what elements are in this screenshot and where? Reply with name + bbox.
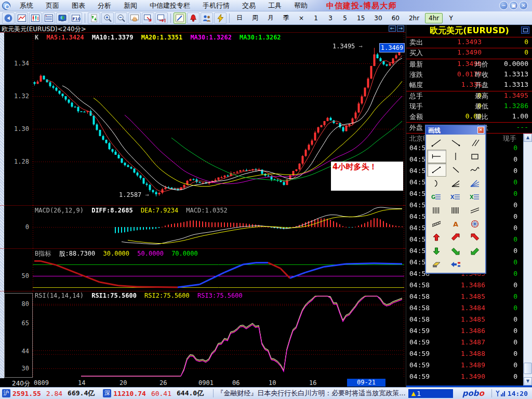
- tool-parallel-lines-icon[interactable]: [465, 136, 484, 150]
- scroll-thumb[interactable]: [524, 363, 532, 374]
- tool-arrow-up-icon[interactable]: [427, 231, 446, 244]
- tick-row[interactable]: 04:591.34890: [406, 361, 524, 373]
- tool-move-tool-icon[interactable]: [446, 258, 466, 271]
- tick-row[interactable]: 04:581.34850: [406, 315, 524, 327]
- period-30[interactable]: 30: [370, 13, 385, 23]
- restore-button[interactable]: ▣: [509, 1, 518, 10]
- tick-row[interactable]: 04:591.34880: [406, 350, 524, 361]
- toolbar-icons: F10: [2, 12, 232, 24]
- line-chart-icon[interactable]: [16, 12, 28, 24]
- chart-title: 欧元美元(EURUSD)<240分>: [0, 25, 406, 32]
- tool-channel-icon[interactable]: [465, 204, 484, 217]
- tool-percent-lines-icon[interactable]: X: [446, 190, 466, 204]
- tool-percent-lines-2-icon[interactable]: X: [465, 190, 484, 204]
- period-Y[interactable]: Y: [445, 13, 457, 23]
- period-日[interactable]: 日: [233, 13, 246, 23]
- menu-分析[interactable]: 分析: [91, 0, 117, 11]
- news-ticker[interactable]: 『金融财经』日本央行行长白川方明：必要时将适当放宽政策...: [217, 389, 408, 398]
- tool-vertical-line-icon[interactable]: [446, 150, 466, 163]
- tool-text-tool-icon[interactable]: A: [446, 217, 466, 231]
- period-月[interactable]: 月: [264, 13, 277, 23]
- tool-segment-line-icon[interactable]: [427, 163, 446, 177]
- menu-页面[interactable]: 页面: [39, 0, 65, 11]
- period-3[interactable]: 3: [324, 13, 337, 23]
- menu-图表[interactable]: 图表: [65, 0, 91, 11]
- f10-icon[interactable]: F10: [70, 12, 82, 24]
- period-季[interactable]: 季: [280, 13, 293, 23]
- period-5[interactable]: 5: [339, 13, 351, 23]
- minimize-button[interactable]: ─: [499, 1, 508, 10]
- tool-fan-lines-icon[interactable]: [465, 177, 484, 190]
- tool-ray-line-icon[interactable]: [446, 136, 466, 150]
- refresh-icon[interactable]: [88, 12, 100, 24]
- alarm-bell-icon[interactable]: [187, 12, 200, 24]
- palette-close-icon[interactable]: ✕: [477, 127, 484, 134]
- period-2hr[interactable]: 2hr: [405, 13, 423, 23]
- tool-arrow-ne-icon[interactable]: [446, 231, 466, 244]
- period-×[interactable]: ×: [295, 13, 308, 23]
- tool-eraser-icon[interactable]: [427, 258, 446, 271]
- alert-indicator[interactable]: ▲ 1: [408, 389, 453, 398]
- tool-trend-line-icon[interactable]: [427, 136, 446, 150]
- tick-row[interactable]: 04:591.34870: [406, 338, 524, 350]
- palette-title-bar[interactable]: 画线 ✕: [426, 126, 485, 135]
- period-周[interactable]: 周: [248, 13, 262, 23]
- close-button[interactable]: ✕: [519, 1, 528, 10]
- period-1[interactable]: 1: [310, 13, 322, 23]
- tool-arrow-sw-icon[interactable]: [465, 244, 484, 258]
- users-icon[interactable]: [201, 12, 213, 24]
- period-60[interactable]: 60: [388, 13, 403, 23]
- tool-rectangle-icon[interactable]: [465, 150, 484, 163]
- menu-系统[interactable]: 系统: [14, 0, 39, 11]
- quick-trade-icon[interactable]: [214, 12, 227, 24]
- menu-中信建投专栏[interactable]: 中信建投专栏: [143, 0, 196, 11]
- tick-row[interactable]: 04:581.34860: [406, 281, 524, 292]
- tool-arc-icon[interactable]: [427, 177, 446, 190]
- tool-arrow-down-icon[interactable]: [427, 244, 446, 258]
- scroll-down-icon[interactable]: ▼: [524, 377, 532, 385]
- tick-row[interactable]: 04:591.34860: [406, 327, 524, 338]
- tick-row[interactable]: 04:581.34840: [406, 304, 524, 315]
- window-next-icon[interactable]: [142, 12, 154, 24]
- rsi-tick: 44: [6, 348, 29, 355]
- tool-arrow-nw-icon[interactable]: [465, 231, 484, 244]
- panel-restore-icon[interactable]: [521, 26, 529, 34]
- menu-帮助[interactable]: 帮助: [288, 0, 314, 11]
- quote-row-幅度: 幅度1.33%开盘1.3313: [406, 81, 532, 91]
- tick-row[interactable]: 04:581.34850: [406, 292, 524, 304]
- period-15[interactable]: 15: [353, 13, 368, 23]
- zoom-in-icon[interactable]: [101, 12, 114, 24]
- scroll-up-icon[interactable]: ▲: [524, 134, 532, 142]
- tool-regression-channel-icon[interactable]: [427, 217, 446, 231]
- window-jump-icon[interactable]: [155, 12, 168, 24]
- menu-新闻[interactable]: 新闻: [117, 0, 143, 11]
- menu-交易[interactable]: 交易: [236, 0, 262, 11]
- menu-手机行情[interactable]: 手机行情: [196, 0, 236, 11]
- tool-angle-lines-icon[interactable]: [446, 177, 466, 190]
- next-page-icon[interactable]: →: [397, 25, 404, 32]
- tool-wave-line-icon[interactable]: [465, 163, 484, 177]
- tick-row[interactable]: 04:591.34900: [406, 373, 524, 384]
- tick-scrollbar[interactable]: ▲ ▼: [523, 134, 532, 387]
- zoom-out-icon[interactable]: [115, 12, 127, 24]
- quote-row-最新: 最新1.3490均价0.0000: [406, 60, 532, 70]
- prev-page-icon[interactable]: ←: [389, 25, 396, 32]
- draw-line-icon[interactable]: [174, 12, 186, 24]
- info-monitor-icon[interactable]: [56, 12, 69, 24]
- pan-hand-icon[interactable]: [128, 12, 141, 24]
- tool-cycle-circle-icon[interactable]: [465, 217, 484, 231]
- kline-chart-icon[interactable]: [29, 12, 42, 24]
- tool-vertical-grid-icon[interactable]: [427, 204, 446, 217]
- back-icon[interactable]: [2, 12, 15, 24]
- tool-horizontal-line-icon[interactable]: [427, 150, 446, 163]
- tool-golden-section-icon[interactable]: G: [427, 190, 446, 204]
- tool-short-line-icon[interactable]: [446, 163, 466, 177]
- macd-axis-zero: 0: [6, 223, 29, 231]
- quote-table-icon[interactable]: [43, 12, 55, 24]
- period-4hr[interactable]: 4hr: [425, 13, 443, 23]
- tool-arrow-se-icon[interactable]: [446, 244, 466, 258]
- rsi-pane[interactable]: [33, 291, 404, 378]
- tool-vertical-grid-2-icon[interactable]: [446, 204, 466, 217]
- chart-annotation[interactable]: 4小时多头！: [331, 162, 403, 191]
- menu-工具[interactable]: 工具: [262, 0, 288, 11]
